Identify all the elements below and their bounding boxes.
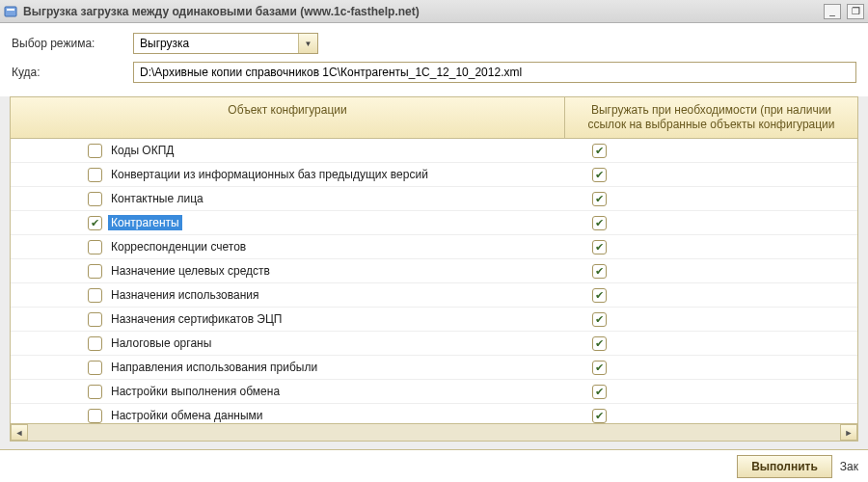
- object-label: Корреспонденции счетов: [108, 239, 249, 254]
- dropdown-icon[interactable]: ▼: [298, 34, 317, 53]
- table-row[interactable]: ✔Контрагенты✔: [11, 211, 857, 235]
- cell-object: ✔Контрагенты: [11, 215, 565, 230]
- cell-export: ✔: [565, 264, 857, 279]
- app-icon: [4, 5, 17, 18]
- table-row[interactable]: Коды ОКПД✔: [11, 139, 857, 163]
- cell-export: ✔: [565, 409, 857, 423]
- cell-export: ✔: [565, 192, 857, 206]
- table-row[interactable]: Назначения сертификатов ЭЦП✔: [11, 308, 857, 332]
- export-checkbox[interactable]: ✔: [592, 361, 607, 375]
- export-checkbox[interactable]: ✔: [592, 288, 607, 303]
- close-button[interactable]: Зак: [838, 460, 860, 473]
- export-checkbox[interactable]: ✔: [592, 336, 607, 351]
- table-row[interactable]: Настройки выполнения обмена✔: [11, 380, 857, 404]
- execute-button[interactable]: Выполнить: [737, 455, 832, 478]
- table-row[interactable]: Корреспонденции счетов✔: [11, 235, 857, 259]
- export-checkbox[interactable]: ✔: [592, 216, 607, 230]
- table-row[interactable]: Конвертации из информационных баз предыд…: [11, 163, 857, 187]
- mode-combo[interactable]: ▼: [133, 33, 318, 54]
- object-label: Конвертации из информационных баз предыд…: [108, 167, 431, 182]
- export-checkbox[interactable]: ✔: [592, 168, 607, 182]
- scroll-right-icon[interactable]: ►: [840, 424, 857, 441]
- scroll-track[interactable]: [28, 424, 840, 441]
- path-row: Куда:: [12, 62, 856, 83]
- object-label: Назначения сертификатов ЭЦП: [108, 311, 285, 327]
- minimize-button[interactable]: _: [824, 4, 841, 19]
- cell-object: Направления использования прибыли: [11, 360, 565, 375]
- object-checkbox[interactable]: [88, 312, 102, 327]
- object-label: Назначения использования: [108, 287, 261, 303]
- object-label: Направления использования прибыли: [108, 360, 320, 375]
- cell-object: Корреспонденции счетов: [11, 239, 565, 254]
- cell-export: ✔: [565, 385, 857, 399]
- mode-input[interactable]: [134, 34, 298, 53]
- export-checkbox[interactable]: ✔: [592, 192, 607, 206]
- export-checkbox[interactable]: ✔: [592, 385, 607, 399]
- object-checkbox[interactable]: [88, 409, 102, 423]
- svg-rect-1: [7, 9, 14, 11]
- object-checkbox[interactable]: [88, 192, 102, 206]
- config-table: Объект конфигурации Выгружать при необхо…: [10, 96, 858, 442]
- export-checkbox[interactable]: ✔: [592, 312, 607, 327]
- mode-label: Выбор режима:: [12, 37, 125, 50]
- object-label: Налоговые органы: [108, 335, 214, 351]
- cell-object: Назначения использования: [11, 287, 565, 303]
- cell-export: ✔: [565, 288, 857, 303]
- object-label: Контрагенты: [108, 215, 182, 230]
- cell-export: ✔: [565, 361, 857, 375]
- export-checkbox[interactable]: ✔: [592, 144, 607, 158]
- object-checkbox[interactable]: [88, 144, 102, 158]
- table-row[interactable]: Настройки обмена данными✔: [11, 404, 857, 423]
- cell-object: Назначение целевых средств: [11, 263, 565, 279]
- cell-object: Коды ОКПД: [11, 143, 565, 158]
- table-row[interactable]: Назначения использования✔: [11, 283, 857, 308]
- svg-rect-0: [5, 7, 16, 16]
- export-checkbox[interactable]: ✔: [592, 240, 607, 254]
- bottom-bar: Выполнить Зак: [0, 449, 868, 482]
- object-label: Назначение целевых средств: [108, 263, 273, 279]
- object-checkbox[interactable]: [88, 288, 102, 303]
- mode-row: Выбор режима: ▼: [12, 33, 856, 54]
- object-label: Контактные лица: [108, 191, 206, 206]
- cell-object: Конвертации из информационных баз предыд…: [11, 167, 565, 182]
- cell-export: ✔: [565, 240, 857, 254]
- cell-export: ✔: [565, 144, 857, 158]
- object-checkbox[interactable]: [88, 336, 102, 351]
- table-row[interactable]: Назначение целевых средств✔: [11, 259, 857, 283]
- cell-export: ✔: [565, 216, 857, 230]
- cell-object: Настройки выполнения обмена: [11, 384, 565, 399]
- object-checkbox[interactable]: [88, 240, 102, 254]
- cell-object: Назначения сертификатов ЭЦП: [11, 311, 565, 327]
- object-checkbox[interactable]: ✔: [88, 216, 102, 230]
- path-label: Куда:: [12, 66, 125, 79]
- object-checkbox[interactable]: [88, 361, 102, 375]
- export-checkbox[interactable]: ✔: [592, 409, 607, 423]
- object-checkbox[interactable]: [88, 264, 102, 279]
- cell-object: Настройки обмена данными: [11, 408, 565, 423]
- table-row[interactable]: Направления использования прибыли✔: [11, 356, 857, 380]
- table-body[interactable]: Коды ОКПД✔Конвертации из информационных …: [11, 139, 857, 423]
- scroll-left-icon[interactable]: ◄: [11, 424, 28, 441]
- maximize-button[interactable]: ❐: [847, 4, 864, 19]
- object-checkbox[interactable]: [88, 385, 102, 399]
- table-row[interactable]: Контактные лица✔: [11, 187, 857, 211]
- path-input[interactable]: [133, 62, 856, 83]
- table-row[interactable]: Налоговые органы✔: [11, 332, 857, 356]
- export-checkbox[interactable]: ✔: [592, 264, 607, 279]
- col-export-header: Выгружать при необходимости (при наличии…: [565, 97, 857, 138]
- execute-button-label: Выполнить: [751, 460, 818, 473]
- cell-export: ✔: [565, 336, 857, 351]
- titlebar: Выгрузка загрузка между одинаковыми база…: [0, 0, 868, 23]
- object-label: Коды ОКПД: [108, 143, 176, 158]
- object-label: Настройки выполнения обмена: [108, 384, 283, 399]
- cell-export: ✔: [565, 312, 857, 327]
- col-object-header: Объект конфигурации: [11, 97, 565, 138]
- object-label: Настройки обмена данными: [108, 408, 266, 423]
- window-title: Выгрузка загрузка между одинаковыми база…: [23, 5, 818, 18]
- horizontal-scrollbar[interactable]: ◄ ►: [11, 423, 857, 441]
- table-header: Объект конфигурации Выгружать при необхо…: [11, 97, 857, 139]
- form-area: Выбор режима: ▼ Куда:: [0, 23, 868, 96]
- cell-object: Налоговые органы: [11, 335, 565, 351]
- cell-export: ✔: [565, 168, 857, 182]
- object-checkbox[interactable]: [88, 168, 102, 182]
